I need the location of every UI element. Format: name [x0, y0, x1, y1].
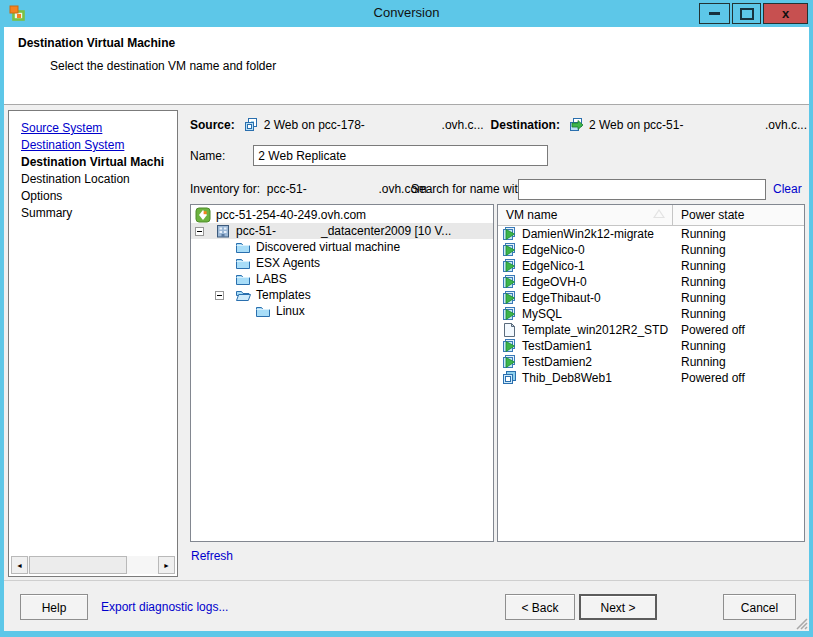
maximize-button[interactable]	[732, 3, 761, 24]
power-state-cell: Running	[673, 355, 804, 369]
next-button[interactable]: Next >	[579, 594, 657, 620]
vm-name-label: EdgeOVH-0	[522, 275, 587, 289]
scrollbar-track[interactable]	[127, 556, 158, 574]
vm-name-label: MySQL	[522, 307, 562, 321]
inventory-tree: pcc-51-254-40-249.ovh.compcc-51-_datacen…	[191, 205, 493, 319]
sidebar-item-destination-virtual-machi: Destination Virtual Machi	[21, 154, 177, 171]
column-header-vm-name[interactable]: VM name	[498, 205, 673, 225]
vm-name-label: EdgeThibaut-0	[522, 291, 601, 305]
vm-name-label: DamienWin2k12-migrate	[522, 227, 654, 241]
vm-table-row[interactable]: DamienWin2k12-migrateRunning	[498, 226, 804, 242]
window-title: Conversion	[0, 5, 813, 20]
tree-collapse-toggle[interactable]	[215, 291, 235, 300]
name-label: Name:	[190, 149, 225, 163]
vm-table-row[interactable]: EdgeOVH-0Running	[498, 274, 804, 290]
export-diagnostic-logs-link[interactable]: Export diagnostic logs...	[101, 600, 228, 614]
vm-table-row[interactable]: TestDamien1Running	[498, 338, 804, 354]
tree-item-label: pcc-51-_datacenter2009 [10 V...	[236, 224, 451, 238]
footer-bar: Help Export diagnostic logs... < Back Ne…	[4, 580, 809, 631]
name-row: Name:	[190, 145, 548, 166]
vm-table-row[interactable]: Thib_Deb8Web1Powered off	[498, 370, 804, 386]
vm-name-cell: Template_win2012R2_STD	[498, 322, 673, 338]
help-button[interactable]: Help	[20, 594, 88, 620]
tree-item[interactable]: Linux	[191, 303, 493, 319]
power-state-cell: Powered off	[673, 371, 804, 385]
column-header-power-state[interactable]: Power state	[673, 205, 804, 225]
power-state-cell: Running	[673, 275, 804, 289]
vm-table-row[interactable]: EdgeThibaut-0Running	[498, 290, 804, 306]
tree-item[interactable]: LABS	[191, 271, 493, 287]
clear-search-link[interactable]: Clear	[773, 182, 802, 196]
scrollbar-thumb[interactable]	[29, 556, 127, 574]
vm-table-row[interactable]: EdgeNico-0Running	[498, 242, 804, 258]
scroll-right-button[interactable]: ►	[158, 556, 175, 574]
power-state-cell: Running	[673, 339, 804, 353]
vm-table-row[interactable]: Template_win2012R2_STDPowered off	[498, 322, 804, 338]
inventory-label: Inventory for:	[190, 182, 260, 196]
collapse-minus-icon	[195, 227, 204, 236]
folder-open-icon	[235, 287, 251, 303]
source-label: Source:	[190, 118, 235, 132]
search-name-input[interactable]	[518, 179, 766, 200]
back-button[interactable]: < Back	[505, 594, 575, 620]
tree-item-label: ESX Agents	[256, 256, 320, 270]
refresh-link[interactable]: Refresh	[191, 549, 233, 563]
conversion-window: { "window": { "title": "Conversion" }, "…	[0, 0, 813, 637]
wizard-steps: Source SystemDestination SystemDestinati…	[9, 111, 177, 222]
tree-item[interactable]: Templates	[191, 287, 493, 303]
datacenter-icon	[215, 223, 231, 239]
source-vm-icon	[243, 117, 259, 133]
source-destination-row: Source: 2 Web on pcc-178- .ovh.c... Dest…	[190, 117, 807, 133]
folder-icon	[235, 239, 251, 255]
vm-name-label: TestDamien2	[522, 355, 592, 369]
tree-item[interactable]: pcc-51-_datacenter2009 [10 V...	[191, 223, 493, 239]
tree-item[interactable]: pcc-51-254-40-249.ovh.com	[191, 207, 493, 223]
source-redacted-gap	[365, 125, 442, 126]
cancel-button[interactable]: Cancel	[723, 594, 796, 620]
vm-off-icon	[501, 370, 517, 386]
window-controls: x	[699, 3, 808, 24]
power-state-cell: Running	[673, 291, 804, 305]
vm-name-input[interactable]	[253, 145, 548, 166]
minimize-button[interactable]	[699, 3, 730, 24]
wizard-header: Destination Virtual Machine Select the d…	[4, 27, 809, 105]
vm-name-cell: EdgeNico-0	[498, 242, 673, 258]
destination-vm-icon	[568, 117, 584, 133]
vm-name-cell: TestDamien1	[498, 338, 673, 354]
resize-grip[interactable]	[794, 616, 808, 630]
steps-horizontal-scrollbar[interactable]: ◄ ►	[11, 556, 175, 574]
vm-running-icon	[501, 306, 517, 322]
scroll-left-button[interactable]: ◄	[11, 556, 28, 574]
sidebar-item-source-system[interactable]: Source System	[21, 120, 177, 137]
vm-running-icon	[501, 258, 517, 274]
tree-item[interactable]: ESX Agents	[191, 255, 493, 271]
vm-table-row[interactable]: TestDamien2Running	[498, 354, 804, 370]
maximize-icon	[740, 8, 754, 20]
vm-name-cell: MySQL	[498, 306, 673, 322]
vm-name-cell: Thib_Deb8Web1	[498, 370, 673, 386]
destination-value-suffix: .ovh.c...	[765, 118, 807, 132]
collapse-minus-icon	[215, 291, 224, 300]
tree-item[interactable]: Discovered virtual machine	[191, 239, 493, 255]
vm-table-header: VM name Power state	[498, 205, 804, 226]
vm-table-rows: DamienWin2k12-migrateRunningEdgeNico-0Ru…	[498, 226, 804, 386]
folder-icon	[255, 303, 271, 319]
vm-name-label: EdgeNico-1	[522, 259, 585, 273]
page-subtitle: Select the destination VM name and folde…	[50, 59, 276, 73]
tree-item-label: LABS	[256, 272, 287, 286]
vm-name-cell: EdgeThibaut-0	[498, 290, 673, 306]
vm-table-row[interactable]: EdgeNico-1Running	[498, 258, 804, 274]
power-state-cell: Powered off	[673, 323, 804, 337]
source-value-suffix: .ovh.c...	[442, 118, 484, 132]
wizard-steps-panel: Source SystemDestination SystemDestinati…	[8, 110, 178, 577]
vm-name-cell: EdgeOVH-0	[498, 274, 673, 290]
inventory-tree-panel: pcc-51-254-40-249.ovh.compcc-51-_datacen…	[190, 204, 494, 542]
vm-table-row[interactable]: MySQLRunning	[498, 306, 804, 322]
folder-icon	[235, 271, 251, 287]
sidebar-item-destination-system[interactable]: Destination System	[21, 137, 177, 154]
search-label: Search for name with:	[411, 182, 528, 196]
tree-collapse-toggle[interactable]	[195, 227, 215, 236]
inventory-redacted-gap	[310, 192, 375, 193]
close-button[interactable]: x	[763, 3, 808, 24]
destination-label: Destination:	[491, 118, 560, 132]
